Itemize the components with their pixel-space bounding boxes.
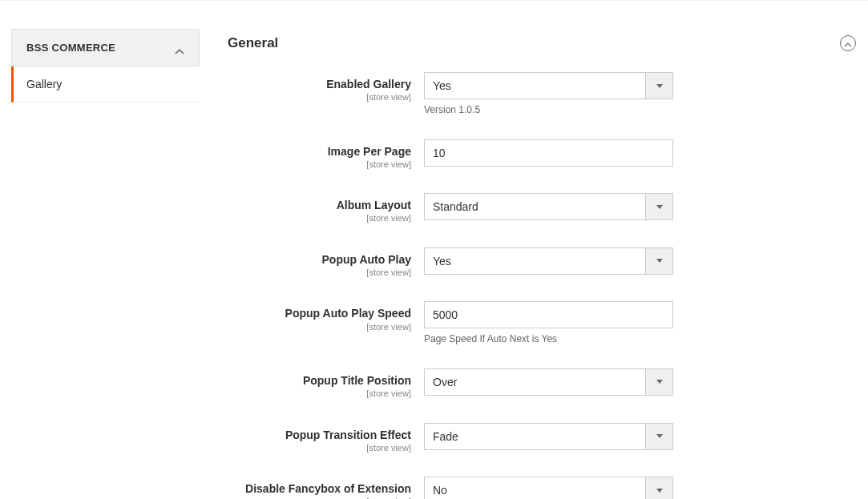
field-scope: [store view] xyxy=(228,442,411,454)
section-title: General xyxy=(228,35,278,51)
field-input-col: Page Speed If Auto Next is Yes xyxy=(424,301,856,346)
field-label-col: Popup Title Position [store view] xyxy=(228,368,424,400)
popup-auto-play-speed-input[interactable] xyxy=(424,301,673,328)
collapse-toggle[interactable] xyxy=(840,35,856,51)
field-image-per-page: Image Per Page [store view] xyxy=(228,139,856,171)
chevron-up-icon xyxy=(175,45,184,51)
container: BSS COMMERCE Gallery General Enabl xyxy=(0,29,868,499)
select-value: Over xyxy=(425,376,645,388)
section-header: General xyxy=(228,29,856,66)
select-value: Fade xyxy=(425,430,645,443)
sidebar: BSS COMMERCE Gallery xyxy=(11,29,200,499)
image-per-page-input[interactable] xyxy=(424,139,673,167)
field-label: Disable Fancybox of Extension xyxy=(228,481,411,496)
select-value: Yes xyxy=(425,79,645,92)
field-label-col: Enabled Gallery [store view] xyxy=(228,72,424,104)
field-label-col: Image Per Page [store view] xyxy=(228,139,424,171)
field-label-col: Popup Auto Play [store view] xyxy=(228,247,424,280)
field-input-col: Standard xyxy=(424,193,856,220)
field-popup-auto-play: Popup Auto Play [store view] Yes xyxy=(228,247,856,280)
field-input-col: Fade xyxy=(424,423,856,450)
field-scope: [store view] xyxy=(228,212,411,224)
field-label: Album Layout xyxy=(228,198,411,212)
main-content: General Enabled Gallery [store view] Yes xyxy=(200,29,868,499)
field-label: Image Per Page xyxy=(228,144,411,159)
top-divider xyxy=(0,0,868,1)
field-input-col: No Can disable when the theme has a fanc… xyxy=(424,477,856,499)
field-note: Page Speed If Auto Next is Yes xyxy=(424,333,856,346)
field-label-col: Disable Fancybox of Extension [store vie… xyxy=(228,477,424,499)
select-value: Standard xyxy=(425,200,645,213)
sidebar-item-label: Gallery xyxy=(26,78,62,91)
field-scope: [store view] xyxy=(228,91,411,103)
field-input-col: Yes xyxy=(424,247,856,275)
field-popup-transition-effect: Popup Transition Effect [store view] Fad… xyxy=(228,423,856,455)
field-enabled-gallery: Enabled Gallery [store view] Yes Version… xyxy=(228,72,856,117)
chevron-up-icon xyxy=(844,37,852,50)
field-label: Popup Auto Play xyxy=(228,252,411,267)
disable-fancybox-select[interactable]: No xyxy=(424,477,673,499)
sidebar-group-title: BSS COMMERCE xyxy=(26,42,115,54)
chevron-down-icon xyxy=(645,73,672,99)
chevron-down-icon xyxy=(645,194,672,219)
field-input-col xyxy=(424,139,856,167)
field-input-col: Yes Version 1.0.5 xyxy=(424,72,856,117)
field-popup-title-position: Popup Title Position [store view] Over xyxy=(228,368,856,400)
album-layout-select[interactable]: Standard xyxy=(424,193,673,220)
field-label-col: Album Layout [store view] xyxy=(228,193,424,225)
chevron-down-icon xyxy=(645,248,672,274)
field-scope: [store view] xyxy=(228,267,411,279)
chevron-down-icon xyxy=(645,424,672,449)
select-value: Yes xyxy=(425,255,645,268)
field-scope: [store view] xyxy=(228,159,411,171)
fields: Enabled Gallery [store view] Yes Version… xyxy=(228,66,856,499)
field-note: Version 1.0.5 xyxy=(424,104,856,117)
field-scope: [store view] xyxy=(228,388,411,400)
field-popup-auto-play-speed: Popup Auto Play Speed [store view] Page … xyxy=(228,301,856,346)
field-disable-fancybox: Disable Fancybox of Extension [store vie… xyxy=(228,477,856,499)
popup-auto-play-select[interactable]: Yes xyxy=(424,247,673,275)
field-scope: [store view] xyxy=(228,321,411,333)
enabled-gallery-select[interactable]: Yes xyxy=(424,72,673,99)
sidebar-items: Gallery xyxy=(11,66,200,103)
field-input-col: Over xyxy=(424,368,856,396)
field-album-layout: Album Layout [store view] Standard xyxy=(228,193,856,225)
chevron-down-icon xyxy=(645,477,672,499)
field-label-col: Popup Auto Play Speed [store view] xyxy=(228,301,424,333)
popup-transition-effect-select[interactable]: Fade xyxy=(424,423,673,450)
select-value: No xyxy=(425,484,645,497)
field-label: Popup Auto Play Speed xyxy=(228,306,411,320)
field-label: Popup Title Position xyxy=(228,373,411,388)
field-label: Enabled Gallery xyxy=(228,77,411,91)
sidebar-item-gallery[interactable]: Gallery xyxy=(11,66,200,103)
sidebar-group-header[interactable]: BSS COMMERCE xyxy=(11,29,200,66)
field-scope: [store view] xyxy=(228,496,411,499)
chevron-down-icon xyxy=(645,369,672,395)
field-label-col: Popup Transition Effect [store view] xyxy=(228,423,424,455)
popup-title-position-select[interactable]: Over xyxy=(424,368,673,396)
field-label: Popup Transition Effect xyxy=(228,428,411,442)
